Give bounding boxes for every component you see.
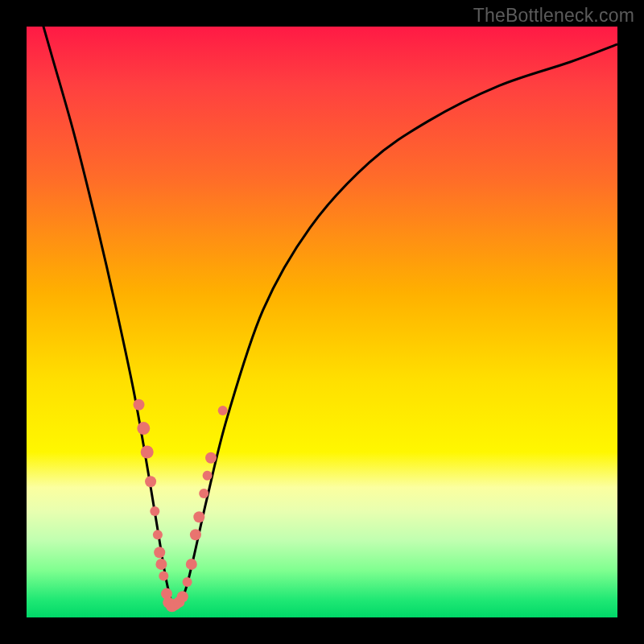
data-point (134, 399, 145, 411)
data-point (150, 506, 159, 516)
data-point (199, 489, 208, 498)
data-point (159, 572, 168, 581)
data-point (205, 452, 217, 464)
data-point (183, 577, 192, 587)
data-point (203, 471, 213, 481)
data-point (155, 559, 167, 570)
data-point (186, 559, 197, 570)
watermark-text: TheBottleneck.com (473, 5, 634, 27)
chart-svg (27, 27, 617, 617)
bottleneck-curve (27, 27, 617, 606)
data-point (177, 591, 188, 602)
data-point (153, 530, 163, 539)
plot-area (27, 27, 617, 617)
chart-frame: TheBottleneck.com (0, 0, 644, 644)
data-point (193, 511, 204, 522)
data-point (218, 406, 228, 415)
data-point (141, 446, 154, 459)
data-point (154, 547, 165, 558)
data-point (145, 476, 156, 487)
data-point (137, 422, 150, 435)
data-point (190, 529, 201, 540)
data-markers (134, 399, 228, 613)
